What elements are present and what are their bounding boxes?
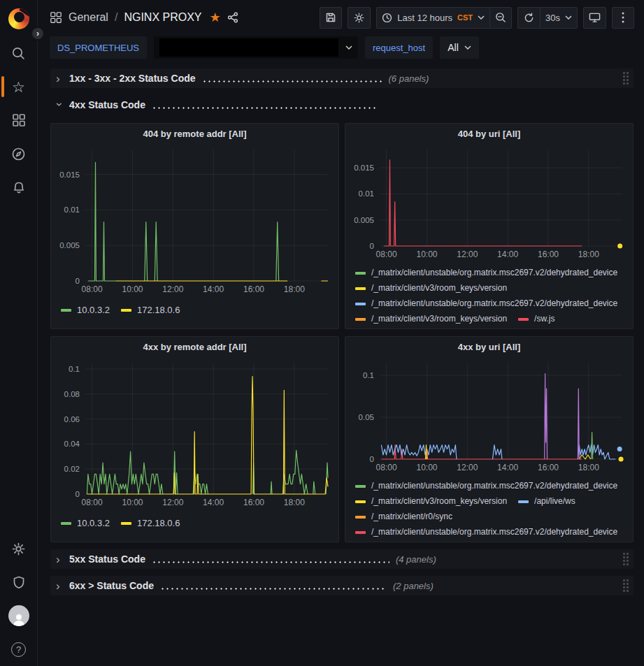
row-header-6xx[interactable]: › 6xx > Status Code (2 panels) — [50, 576, 634, 595]
sidebar-item-starred[interactable]: ☆ — [0, 70, 38, 103]
refresh-interval-picker[interactable]: 30s — [540, 7, 578, 29]
zoom-out-time-button[interactable] — [489, 7, 512, 29]
svg-text:16:00: 16:00 — [243, 498, 264, 507]
apps-grid-icon[interactable] — [50, 11, 62, 24]
panel-title[interactable]: 4xx by uri [All] — [345, 337, 633, 357]
sidebar-item-server-admin[interactable] — [0, 565, 38, 599]
dashboard-settings-button[interactable] — [348, 7, 371, 29]
breadcrumb-title[interactable]: NGINX PROXY — [124, 11, 201, 24]
dashboard-topbar: General / NGINX PROXY ★ Last 12 hours CS… — [38, 0, 644, 35]
row-drag-handle[interactable] — [623, 579, 629, 592]
legend-item[interactable]: /_matrix/client/v3/room_keys/version — [355, 312, 507, 326]
sidebar-item-dashboards[interactable] — [0, 103, 38, 137]
timeseries-chart[interactable]: 08:0010:0012:0014:0016:0018:0000.0050.01… — [55, 144, 335, 296]
chevron-down-icon — [345, 45, 352, 50]
breadcrumb: General / NGINX PROXY ★ — [50, 10, 238, 25]
row-header-4xx[interactable]: › 4xx Status Code — [50, 95, 634, 115]
clock-icon — [382, 13, 392, 23]
legend-label: /_matrix/client/r0/sync — [371, 509, 452, 524]
panel-title[interactable]: 404 by uri [All] — [345, 124, 633, 144]
sidebar-item-configuration[interactable] — [0, 532, 38, 565]
panel-404-by-remote-addr: 404 by remote addr [All] 08:0010:0012:00… — [50, 123, 339, 329]
legend-item[interactable]: /_matrix/client/unstable/org.matrix.msc2… — [355, 479, 617, 493]
sidebar-item-explore[interactable] — [0, 137, 38, 171]
favorite-star-icon[interactable]: ★ — [210, 10, 221, 25]
legend-label: /_matrix/client/unstable/org.matrix.msc2… — [371, 479, 617, 493]
timeseries-chart[interactable]: 08:0010:0012:0014:0016:0018:0000.020.040… — [55, 357, 335, 509]
panel-row-1: 404 by remote addr [All] 08:0010:0012:00… — [50, 123, 634, 329]
legend-label: /_matrix/client/v3/room_keys/version — [371, 494, 507, 509]
legend-item[interactable]: 10.0.3.2 — [61, 303, 110, 317]
legend-label: /_matrix/client/v3/room_keys/version — [371, 312, 507, 326]
legend-item[interactable]: /_matrix/client/unstable/org.matrix.msc2… — [355, 525, 617, 540]
tv-mode-button[interactable] — [583, 7, 606, 29]
help-icon: ? — [11, 642, 26, 657]
gear-icon — [353, 12, 365, 24]
svg-text:10:00: 10:00 — [122, 284, 143, 294]
breadcrumb-section[interactable]: General — [69, 11, 108, 24]
panel-legend: /_matrix/client/unstable/org.matrix.msc2… — [345, 261, 633, 326]
timeseries-chart[interactable]: 08:0010:0012:0014:0016:0018:0000.050.1 — [349, 357, 629, 475]
legend-item[interactable]: /sw.js — [518, 312, 554, 326]
svg-text:0.04: 0.04 — [64, 440, 80, 448]
svg-text:14:00: 14:00 — [203, 498, 224, 507]
timezone-label: CST — [457, 13, 473, 22]
svg-text:0: 0 — [370, 242, 374, 250]
svg-text:0.1: 0.1 — [69, 365, 80, 373]
row-drag-handle[interactable] — [623, 553, 629, 565]
sidebar-item-profile[interactable] — [0, 599, 38, 632]
panel-title[interactable]: 404 by remote addr [All] — [51, 124, 338, 144]
expand-sidebar-button[interactable]: › — [30, 26, 45, 41]
svg-text:0: 0 — [76, 490, 80, 498]
legend-label: /_matrix/client/unstable/org.matrix.msc2… — [371, 266, 617, 280]
legend-swatch — [355, 531, 366, 534]
variable-datasource-dropdown[interactable] — [154, 36, 358, 59]
legend-swatch — [355, 318, 366, 321]
legend-item[interactable]: /_matrix/client/v3/room_keys/version — [355, 494, 507, 509]
legend-item[interactable]: 10.0.3.2 — [61, 516, 110, 530]
bell-icon — [12, 180, 26, 195]
panel-legend: /_matrix/client/unstable/org.matrix.msc2… — [345, 475, 633, 540]
svg-text:10:00: 10:00 — [122, 498, 143, 507]
legend-item[interactable]: 172.18.0.6 — [121, 303, 180, 317]
dashboards-grid-icon — [12, 113, 26, 127]
svg-text:0: 0 — [76, 277, 80, 285]
shield-icon — [12, 575, 26, 590]
legend-label: 172.18.0.6 — [137, 303, 180, 317]
row-title: 6xx > Status Code — [69, 580, 154, 591]
save-dashboard-button[interactable] — [320, 7, 342, 29]
svg-text:0.08: 0.08 — [64, 390, 80, 398]
avatar — [8, 605, 29, 626]
panel-title[interactable]: 4xx by remote addr [All] — [51, 337, 338, 357]
timeseries-chart[interactable]: 08:0010:0012:0014:0016:0018:0000.0050.01… — [349, 144, 629, 261]
time-range-picker[interactable]: Last 12 hours CST — [376, 7, 489, 29]
sidebar-item-alerting[interactable] — [0, 171, 38, 204]
variable-request-host-dropdown[interactable]: All — [440, 36, 479, 59]
grafana-logo[interactable] — [8, 8, 29, 29]
share-icon[interactable] — [227, 12, 238, 23]
search-icon[interactable] — [0, 36, 38, 70]
row-drag-handle[interactable] — [623, 72, 629, 85]
kebab-menu-button[interactable] — [612, 7, 634, 29]
svg-text:14:00: 14:00 — [497, 249, 518, 259]
legend-item[interactable]: /_matrix/client/unstable/org.matrix.msc2… — [355, 296, 617, 311]
svg-text:18:00: 18:00 — [284, 284, 305, 294]
svg-text:0.02: 0.02 — [64, 465, 80, 473]
svg-text:16:00: 16:00 — [538, 249, 559, 259]
row-dots — [160, 588, 387, 590]
panel-4xx-by-remote-addr: 4xx by remote addr [All] 08:0010:0012:00… — [50, 336, 339, 542]
legend-item[interactable]: /_matrix/client/unstable/org.matrix.msc2… — [355, 266, 617, 280]
sidebar-item-help[interactable]: ? — [0, 632, 38, 666]
legend-swatch — [518, 500, 529, 503]
refresh-button[interactable] — [517, 7, 540, 29]
row-header-5xx[interactable]: › 5xx Status Code (4 panels) — [50, 549, 634, 569]
panel-legend: 10.0.3.2172.18.0.6 — [51, 296, 338, 317]
legend-swatch — [355, 516, 366, 519]
legend-item[interactable]: 172.18.0.6 — [121, 516, 180, 530]
row-dots — [152, 107, 377, 109]
legend-swatch — [355, 303, 366, 305]
row-header-1xx[interactable]: › 1xx - 3xx - 2xx Status Code (6 panels) — [50, 68, 634, 88]
legend-item[interactable]: /_matrix/client/r0/sync — [355, 509, 452, 524]
legend-item[interactable]: /_matrix/client/v3/room_keys/version — [355, 281, 507, 296]
legend-item[interactable]: /api/live/ws — [518, 494, 575, 509]
